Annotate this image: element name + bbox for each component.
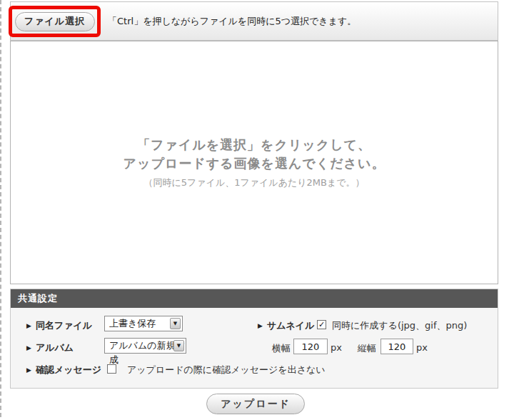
bullet-icon: ▶ [26, 344, 31, 351]
thumb-height-unit: px [416, 342, 428, 353]
annotation-highlight-box: ファイル選択 [9, 6, 101, 37]
thumb-width-unit: px [331, 342, 342, 353]
chevron-down-icon[interactable]: ▼ [173, 340, 184, 351]
dropzone-instruction-line2: アップロードする画像を選んでください。 [124, 154, 385, 173]
album-label-text: アルバム [36, 342, 74, 353]
common-settings-panel: 共通設定 ▶同名ファイル 上書き保存 ▼ ▶サムネイル ✓ 同時に作成する(jp… [10, 289, 498, 389]
dropzone-instruction-line1: 「ファイルを選択」をクリックして、 [137, 136, 371, 154]
thumbnail-label-text: サムネイル [267, 320, 315, 331]
thumb-width-input[interactable] [293, 339, 328, 354]
same-name-selected-value: 上書き保存 [109, 318, 156, 329]
same-name-label-text: 同名ファイル [36, 320, 92, 331]
confirm-message-checkbox-label: アップロードの際に確認メッセージを出さない [127, 364, 326, 376]
thumb-height-label: 縦幅 [358, 342, 376, 355]
upload-page: ファイル選択 「Ctrl」を押しながらファイルを同時に5つ選択できます。 「ファ… [0, 0, 509, 420]
page-edge-divider [0, 0, 1, 417]
file-select-button[interactable]: ファイル選択 [15, 12, 95, 31]
same-name-select[interactable]: 上書き保存 ▼ [104, 316, 183, 331]
common-settings-header: 共通設定 [11, 289, 498, 308]
confirm-message-label-text: 確認メッセージ [36, 364, 101, 375]
multi-select-hint: 「Ctrl」を押しながらファイルを同時に5つ選択できます。 [108, 15, 356, 28]
bullet-icon: ▶ [26, 322, 31, 329]
thumbnail-label: ▶サムネイル [258, 319, 314, 332]
thumbnail-create-checkbox[interactable]: ✓ [317, 320, 326, 329]
confirm-message-checkbox[interactable] [107, 364, 116, 374]
album-label: ▶アルバム [26, 341, 74, 354]
same-name-label: ▶同名ファイル [26, 319, 92, 332]
file-select-toolbar: ファイル選択 「Ctrl」を押しながらファイルを同時に5つ選択できます。 [10, 1, 498, 41]
thumbnail-create-label: 同時に作成する(jpg、gif、png) [332, 319, 467, 332]
upload-button[interactable]: アップロード [206, 394, 305, 414]
bullet-icon: ▶ [26, 366, 31, 374]
confirm-message-label: ▶確認メッセージ [26, 364, 101, 376]
dropzone-limit-note: （同時に5ファイル、1ファイルあたり2MBまで。） [143, 176, 364, 189]
thumb-width-label: 横幅 [272, 342, 291, 355]
upload-dropzone[interactable]: 「ファイルを選択」をクリックして、 アップロードする画像を選んでください。 （同… [10, 41, 498, 284]
thumb-height-input[interactable] [381, 339, 413, 354]
chevron-down-icon[interactable]: ▼ [170, 318, 181, 329]
bullet-icon: ▶ [258, 322, 263, 329]
album-select[interactable]: アルバムの新規作成 ▼ [104, 338, 186, 354]
